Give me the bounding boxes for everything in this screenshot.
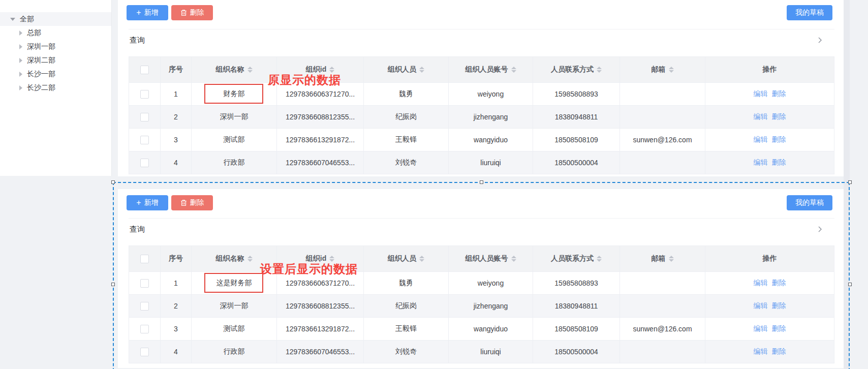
sort-icon[interactable] bbox=[511, 256, 516, 262]
selection-handle[interactable] bbox=[848, 283, 852, 286]
chevron-right-icon[interactable] bbox=[816, 226, 823, 233]
select-all-checkbox[interactable] bbox=[140, 255, 149, 263]
org-id-cell: 1297836613291872... bbox=[277, 129, 364, 151]
col-header[interactable]: 组织名称 bbox=[192, 57, 277, 83]
sort-icon[interactable] bbox=[669, 256, 674, 262]
tree-item[interactable]: 总部 bbox=[0, 26, 111, 40]
panel-after-setting: + 新增 删除 我的草稿 查询 序号组织名称组织id组织人员组织人员账号人员联系… bbox=[118, 189, 844, 368]
delete-link[interactable]: 删除 bbox=[772, 279, 786, 287]
col-header[interactable]: 组织人员账号 bbox=[449, 57, 533, 83]
sort-icon[interactable] bbox=[597, 256, 602, 262]
row-checkbox[interactable] bbox=[140, 302, 149, 311]
row-checkbox[interactable] bbox=[140, 159, 149, 167]
row-checkbox[interactable] bbox=[140, 348, 149, 356]
caret-right-icon[interactable] bbox=[19, 58, 22, 63]
org-name-cell: 财务部 bbox=[192, 83, 277, 106]
sort-icon[interactable] bbox=[597, 67, 602, 73]
row-select-cell bbox=[129, 318, 161, 341]
org-name-cell: 测试部 bbox=[192, 318, 277, 341]
delete-link[interactable]: 删除 bbox=[772, 135, 786, 143]
add-button[interactable]: + 新增 bbox=[127, 5, 168, 20]
my-drafts-button[interactable]: 我的草稿 bbox=[787, 195, 832, 210]
tree-item[interactable]: 全部 bbox=[0, 12, 111, 26]
caret-down-icon[interactable] bbox=[10, 18, 15, 21]
account-cell: liuruiqi bbox=[449, 151, 533, 174]
add-button[interactable]: + 新增 bbox=[127, 195, 168, 210]
col-header[interactable]: 组织人员 bbox=[364, 246, 449, 272]
row-index: 4 bbox=[161, 341, 192, 363]
query-label: 查询 bbox=[130, 225, 145, 234]
edit-link[interactable]: 编辑 bbox=[754, 347, 768, 355]
query-collapse-header[interactable]: 查询 bbox=[118, 32, 844, 50]
row-actions: 编辑删除 bbox=[705, 106, 834, 129]
selection-handle[interactable] bbox=[111, 283, 115, 286]
table-row: 1财务部1297836606371270...魏勇weiyong15985808… bbox=[129, 83, 834, 106]
phone-cell: 18508508109 bbox=[533, 318, 620, 341]
tree-item[interactable]: 长沙一部 bbox=[0, 67, 111, 81]
selection-handle[interactable] bbox=[480, 180, 483, 184]
edit-link[interactable]: 编辑 bbox=[754, 279, 768, 287]
row-checkbox[interactable] bbox=[140, 90, 149, 99]
edit-link[interactable]: 编辑 bbox=[754, 112, 768, 120]
caret-right-icon[interactable] bbox=[19, 44, 22, 49]
col-header: 操作 bbox=[705, 246, 834, 272]
phone-cell: 15985808893 bbox=[533, 272, 620, 295]
sort-icon[interactable] bbox=[419, 67, 424, 73]
delete-button[interactable]: 删除 bbox=[171, 195, 213, 210]
delete-link[interactable]: 删除 bbox=[772, 112, 786, 120]
col-header[interactable]: 人员联系方式 bbox=[533, 246, 620, 272]
edit-link[interactable]: 编辑 bbox=[754, 324, 768, 332]
email-cell: sunwen@126.com bbox=[620, 129, 705, 151]
row-checkbox[interactable] bbox=[140, 136, 149, 144]
caret-right-icon[interactable] bbox=[19, 30, 22, 36]
col-label: 人员联系方式 bbox=[551, 65, 594, 74]
tree-item[interactable]: 长沙二部 bbox=[0, 81, 111, 95]
chevron-right-icon[interactable] bbox=[816, 37, 823, 44]
tree-item-label: 全部 bbox=[20, 15, 34, 24]
selection-handle[interactable] bbox=[111, 180, 115, 184]
sort-icon[interactable] bbox=[247, 256, 253, 262]
delete-link[interactable]: 删除 bbox=[772, 89, 786, 98]
delete-link[interactable]: 删除 bbox=[772, 324, 786, 332]
select-all-checkbox[interactable] bbox=[140, 66, 149, 74]
edit-link[interactable]: 编辑 bbox=[754, 158, 768, 166]
delete-link[interactable]: 删除 bbox=[772, 158, 786, 166]
account-cell: wangyiduo bbox=[449, 318, 533, 341]
col-label: 人员联系方式 bbox=[551, 254, 594, 263]
sort-icon[interactable] bbox=[511, 67, 516, 73]
caret-right-icon[interactable] bbox=[19, 85, 22, 90]
tree-item[interactable]: 深圳二部 bbox=[0, 53, 111, 67]
delete-button[interactable]: 删除 bbox=[171, 5, 213, 20]
row-checkbox[interactable] bbox=[140, 113, 149, 121]
email-cell bbox=[620, 295, 705, 318]
sort-icon[interactable] bbox=[669, 67, 674, 73]
tree-item[interactable]: 深圳一部 bbox=[0, 40, 111, 53]
col-header[interactable]: 邮箱 bbox=[620, 57, 705, 83]
drafts-button-label: 我的草稿 bbox=[795, 198, 824, 207]
col-header[interactable]: 组织人员账号 bbox=[449, 246, 533, 272]
col-label: 组织人员 bbox=[388, 65, 416, 74]
col-label: 邮箱 bbox=[652, 254, 666, 263]
col-header[interactable]: 邮箱 bbox=[620, 246, 705, 272]
row-select-cell bbox=[129, 272, 161, 295]
org-id-cell: 1297836608812355... bbox=[277, 295, 364, 318]
row-checkbox[interactable] bbox=[140, 279, 149, 288]
selection-handle[interactable] bbox=[848, 180, 852, 184]
row-select-cell bbox=[129, 83, 161, 106]
edit-link[interactable]: 编辑 bbox=[754, 89, 768, 98]
delete-link[interactable]: 删除 bbox=[772, 301, 786, 310]
col-header[interactable]: 人员联系方式 bbox=[533, 57, 620, 83]
col-header[interactable]: 组织人员 bbox=[364, 57, 449, 83]
sort-icon[interactable] bbox=[419, 256, 424, 262]
sort-icon[interactable] bbox=[247, 67, 253, 73]
query-collapse-header[interactable]: 查询 bbox=[118, 221, 844, 239]
edit-link[interactable]: 编辑 bbox=[754, 301, 768, 310]
delete-link[interactable]: 删除 bbox=[772, 347, 786, 355]
col-label: 组织名称 bbox=[216, 254, 244, 263]
row-actions: 编辑删除 bbox=[705, 272, 834, 295]
account-cell: weiyong bbox=[449, 83, 533, 106]
caret-right-icon[interactable] bbox=[19, 72, 22, 77]
row-checkbox[interactable] bbox=[140, 325, 149, 333]
edit-link[interactable]: 编辑 bbox=[754, 135, 768, 143]
my-drafts-button[interactable]: 我的草稿 bbox=[787, 5, 832, 20]
